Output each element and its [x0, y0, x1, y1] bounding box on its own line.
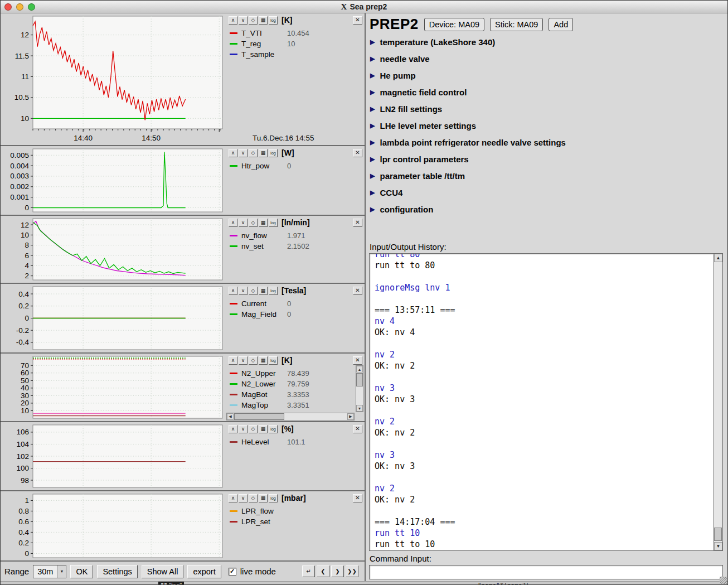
- chart-plot-0[interactable]: 1211.51110.51014:4014:50: [1, 13, 225, 146]
- scroll-down-icon[interactable]: ∨: [239, 219, 247, 227]
- scroll-up-icon[interactable]: ∧: [229, 425, 237, 433]
- tree-item-2[interactable]: ▶He pump: [370, 67, 723, 84]
- scroll-down-icon[interactable]: ▼: [714, 542, 722, 550]
- tree-item-3[interactable]: ▶magnetic field control: [370, 84, 723, 100]
- log-scale-icon[interactable]: log: [269, 287, 278, 295]
- stick-button[interactable]: Stick: MA09: [490, 18, 543, 31]
- legend-entry[interactable]: nv_flow1.971: [230, 230, 355, 241]
- scroll-down-icon[interactable]: ∨: [239, 494, 247, 502]
- tree-item-1[interactable]: ▶needle valve: [370, 50, 723, 67]
- scroll-up-icon[interactable]: ∧: [229, 219, 237, 227]
- scroll-up-icon[interactable]: ∧: [229, 356, 237, 365]
- legend-entry[interactable]: LPR_set: [230, 516, 355, 527]
- legend-entry[interactable]: T_reg10: [230, 38, 355, 49]
- expand-icon[interactable]: ◇: [249, 16, 258, 25]
- legend-entry[interactable]: T_sample: [230, 49, 355, 60]
- page-end-button[interactable]: ❯❯: [346, 565, 358, 577]
- chart-close-button[interactable]: ✕: [353, 149, 362, 157]
- log-scale-icon[interactable]: log: [269, 16, 278, 25]
- scroll-up-icon[interactable]: ▲: [356, 366, 363, 373]
- tree-item-8[interactable]: ▶parameter table /tt/tm: [370, 167, 723, 184]
- live-mode-checkbox[interactable]: ✓: [229, 568, 236, 576]
- legend-entry[interactable]: HeLevel101.1: [230, 437, 355, 447]
- scroll-left-icon[interactable]: ◀: [227, 413, 234, 420]
- chart-plot-5[interactable]: 10610410210098: [1, 422, 225, 491]
- ok-button[interactable]: OK: [70, 565, 93, 578]
- grid-icon[interactable]: ▦: [259, 16, 268, 25]
- scroll-down-icon[interactable]: ∨: [239, 16, 247, 25]
- legend-entry[interactable]: MagTop3.3351: [230, 400, 355, 410]
- titlebar[interactable]: XSea prep2: [1, 1, 727, 13]
- legend-entry[interactable]: N2_Lower79.759: [230, 379, 355, 389]
- scroll-down-icon[interactable]: ∨: [239, 287, 247, 295]
- scroll-down-icon[interactable]: ∨: [239, 149, 247, 157]
- expand-icon[interactable]: ◇: [249, 149, 258, 157]
- export-button[interactable]: export: [187, 565, 221, 578]
- grid-icon[interactable]: ▦: [259, 356, 268, 365]
- scroll-right-icon[interactable]: ▶: [347, 413, 354, 420]
- legend-entry[interactable]: LPR_flow: [230, 506, 355, 516]
- chart-plot-1[interactable]: 0.0050.0040.0030.0020.0010: [1, 146, 225, 216]
- scroll-down-icon[interactable]: ▼: [356, 405, 363, 412]
- scroll-up-icon[interactable]: ∧: [229, 494, 237, 502]
- legend-entry[interactable]: N2_Upper78.439: [230, 368, 355, 379]
- show-all-button[interactable]: Show All: [142, 565, 184, 578]
- chart-plot-3[interactable]: 0.40.20-0.2-0.4: [1, 284, 225, 354]
- tree-item-10[interactable]: ▶configuration: [370, 201, 723, 217]
- chart-close-button[interactable]: ✕: [353, 494, 362, 502]
- legend-entry[interactable]: T_VTI10.454: [230, 28, 355, 38]
- scroll-up-icon[interactable]: ▲: [714, 254, 722, 262]
- legend-scrollbar-vertical[interactable]: ▲▼: [356, 365, 363, 412]
- device-button[interactable]: Device: MA09: [424, 18, 484, 31]
- expand-icon[interactable]: ◇: [249, 425, 258, 433]
- expand-icon[interactable]: ◇: [249, 356, 258, 365]
- scrollbar-thumb[interactable]: [234, 413, 284, 420]
- chart-close-button[interactable]: ✕: [353, 287, 362, 295]
- grid-icon[interactable]: ▦: [259, 287, 268, 295]
- io-history-console[interactable]: run tt 80run tt to 80 ignoreMsg lnv 1 ==…: [369, 253, 723, 551]
- log-scale-icon[interactable]: log: [269, 494, 278, 502]
- legend-entry[interactable]: Current0: [230, 298, 355, 309]
- chart-close-button[interactable]: ✕: [353, 356, 362, 365]
- expand-icon[interactable]: ◇: [249, 287, 258, 295]
- chart-close-button[interactable]: ✕: [353, 219, 362, 227]
- tree-item-5[interactable]: ▶LHe level meter settings: [370, 117, 723, 134]
- grid-icon[interactable]: ▦: [259, 149, 268, 157]
- chart-plot-6[interactable]: 10.80.60.40.20: [1, 491, 225, 562]
- return-arrow-button[interactable]: ↵: [302, 565, 315, 577]
- legend-scrollbar-horizontal[interactable]: ◀▶: [226, 413, 355, 420]
- tree-item-9[interactable]: ▶CCU4: [370, 184, 723, 201]
- chart-plot-4[interactable]: 70605040302010: [1, 354, 225, 422]
- page-right-button[interactable]: ❯: [331, 565, 344, 577]
- tree-item-7[interactable]: ▶lpr control parameters: [370, 151, 723, 167]
- expand-icon[interactable]: ◇: [249, 219, 258, 227]
- grid-icon[interactable]: ▦: [259, 219, 268, 227]
- log-scale-icon[interactable]: log: [269, 219, 278, 227]
- add-button[interactable]: Add: [549, 18, 573, 31]
- settings-button[interactable]: Settings: [97, 565, 137, 578]
- scroll-up-icon[interactable]: ∧: [229, 287, 237, 295]
- log-scale-icon[interactable]: log: [269, 149, 278, 157]
- chart-close-button[interactable]: ✕: [353, 425, 362, 433]
- tree-item-4[interactable]: ▶LN2 fill settings: [370, 100, 723, 117]
- legend-entry[interactable]: nv_set2.1502: [230, 241, 355, 252]
- range-dropdown[interactable]: 30m ▼: [33, 565, 66, 578]
- command-input[interactable]: [369, 565, 723, 579]
- console-scrollbar[interactable]: ▲ ▼: [713, 254, 722, 550]
- grid-icon[interactable]: ▦: [259, 425, 268, 433]
- scroll-down-icon[interactable]: ∨: [239, 356, 247, 365]
- grid-icon[interactable]: ▦: [259, 494, 268, 502]
- page-left-button[interactable]: ❮: [317, 565, 329, 577]
- scroll-up-icon[interactable]: ∧: [229, 149, 237, 157]
- scroll-down-icon[interactable]: ∨: [239, 425, 247, 433]
- tree-item-0[interactable]: ▶temperature (LakeShore 340): [370, 33, 723, 50]
- scrollbar-thumb[interactable]: [356, 373, 363, 386]
- io-history-text-area[interactable]: run tt 80run tt to 80 ignoreMsg lnv 1 ==…: [375, 254, 710, 550]
- chart-plot-2[interactable]: 12108642: [1, 216, 225, 284]
- window-resize-grip[interactable]: [720, 577, 727, 584]
- legend-entry[interactable]: MagBot3.3353: [230, 389, 355, 400]
- scroll-up-icon[interactable]: ∧: [229, 16, 237, 25]
- chart-close-button[interactable]: ✕: [353, 16, 362, 25]
- legend-entry[interactable]: Htr_pow0: [230, 161, 355, 171]
- log-scale-icon[interactable]: log: [269, 356, 278, 365]
